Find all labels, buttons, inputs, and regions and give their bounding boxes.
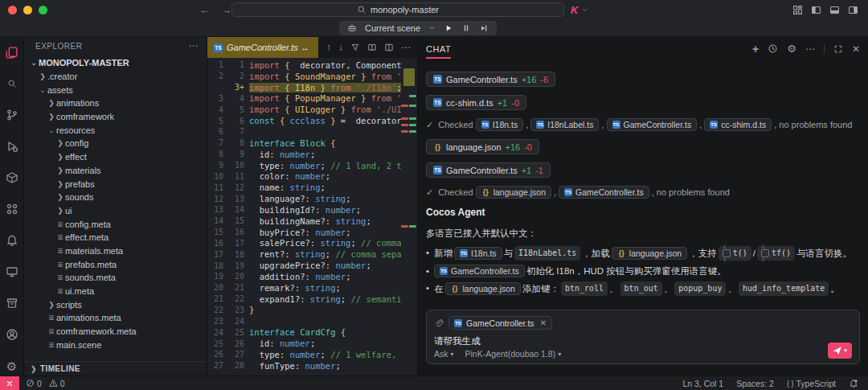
- tree-item-monopoly-master[interactable]: ⌄MONOPOLY-MASTER: [24, 56, 207, 70]
- chat-gear-icon[interactable]: ⚙: [787, 43, 796, 54]
- file-change-chip[interactable]: TSGameController.ts+1-1: [426, 162, 551, 178]
- tree-item-effect-meta[interactable]: ≣effect.meta: [24, 231, 207, 244]
- activity-bell-icon[interactable]: [3, 232, 21, 249]
- tab-gamecontroller-diff[interactable]: TS GameController.ts ↔ Ga: [207, 37, 318, 58]
- checked-file-chip[interactable]: TScc-shim.d.ts: [704, 118, 772, 131]
- file-change-chip[interactable]: TScc-shim.d.ts+1-0: [426, 95, 526, 110]
- activity-run-debug-icon[interactable]: [3, 138, 21, 155]
- activity-archive-icon[interactable]: [3, 294, 21, 312]
- bullet-text: 、: [727, 282, 737, 295]
- notifications-bell-icon[interactable]: [849, 379, 858, 388]
- scene-selector[interactable]: Current scene: [365, 23, 420, 33]
- remote-indicator[interactable]: [0, 376, 19, 390]
- step-button[interactable]: [479, 23, 489, 33]
- language-mode[interactable]: { } TypeScript: [787, 379, 836, 388]
- checked-file-chip[interactable]: TSI18n.ts: [476, 118, 524, 131]
- tree-item--creator[interactable]: ❯.creator: [24, 70, 207, 84]
- checked-file-chip[interactable]: TSI18nLabel.ts: [530, 118, 599, 131]
- tree-item-resources[interactable]: ⌄resources: [24, 123, 207, 137]
- panel-bottom-icon[interactable]: [829, 5, 840, 15]
- explorer-more-icon[interactable]: ⋯: [189, 40, 199, 51]
- forward-icon[interactable]: →: [221, 4, 231, 16]
- tree-item-ui[interactable]: ❯ui: [24, 204, 207, 218]
- model-dropdown[interactable]: PinK-Agent(doubao 1.8) ▾: [465, 349, 562, 359]
- tree-item-prefabs-meta[interactable]: ≣prefabs.meta: [24, 257, 207, 271]
- tree-item-sounds[interactable]: ❯sounds: [24, 191, 207, 204]
- panel-right-icon[interactable]: [848, 5, 858, 15]
- checked-file-chip[interactable]: TSGameController.ts: [559, 186, 649, 199]
- method-ref-chip[interactable]: ( )tf(): [757, 246, 795, 261]
- method-ref-chip[interactable]: ( )t(): [719, 246, 751, 261]
- inline-file-chip[interactable]: TSGameController.ts: [434, 265, 525, 277]
- activity-search-icon[interactable]: [3, 75, 21, 92]
- back-icon[interactable]: ←: [199, 4, 210, 16]
- maximize-window-button[interactable]: [39, 6, 47, 14]
- diff-editor-content[interactable]: 11import { _decorator, Component, i22imp…: [207, 58, 401, 376]
- tree-item-config-meta[interactable]: ≣config.meta: [24, 217, 207, 231]
- command-search-input[interactable]: monopoly-master: [231, 2, 564, 17]
- tab-chat[interactable]: CHAT: [426, 44, 451, 59]
- activity-grid-icon[interactable]: [3, 200, 21, 218]
- remove-attachment-icon[interactable]: ✕: [540, 318, 547, 327]
- activity-cube-icon[interactable]: [3, 169, 21, 187]
- checked-file-chip[interactable]: {}language.json: [476, 186, 551, 199]
- minimize-window-button[interactable]: [23, 6, 32, 14]
- chat-history-icon[interactable]: [768, 43, 778, 54]
- problems-errors[interactable]: 0: [26, 379, 42, 388]
- tree-item-label: config: [65, 138, 88, 148]
- pause-button[interactable]: [461, 23, 471, 33]
- inline-file-chip[interactable]: {}language.json: [612, 247, 687, 260]
- tree-item-animations-meta[interactable]: ≣animations.meta: [24, 311, 207, 325]
- chevron-down-icon[interactable]: [428, 24, 436, 31]
- chat-input-text[interactable]: 请帮我生成: [434, 335, 852, 347]
- activity-files-icon[interactable]: [3, 43, 21, 61]
- indentation[interactable]: Spaces: 2: [736, 379, 774, 388]
- tree-item-sounds-meta[interactable]: ≣sounds.meta: [24, 271, 207, 285]
- original-line-number: 23: [207, 317, 228, 326]
- window-controls[interactable]: [8, 6, 47, 14]
- play-button[interactable]: [444, 23, 453, 33]
- inline-file-chip[interactable]: TSI18n.ts: [454, 247, 502, 260]
- cursor-position[interactable]: Ln 3, Col 1: [682, 379, 723, 388]
- tree-item-comframework-meta[interactable]: ≣comframework.meta: [24, 325, 207, 339]
- tree-item-main-scene[interactable]: ≣main.scene: [24, 338, 207, 351]
- tree-item-assets[interactable]: ⌄assets: [24, 83, 207, 96]
- book-icon[interactable]: [367, 43, 377, 52]
- tree-item-materials[interactable]: ❯materials: [24, 164, 207, 178]
- tree-item-label: sounds: [65, 192, 93, 202]
- activity-source-control-icon[interactable]: [3, 106, 21, 124]
- tree-item-effect[interactable]: ❯effect: [24, 150, 207, 164]
- chat-expand-icon[interactable]: [833, 44, 843, 54]
- activity-settings-icon[interactable]: ⚙: [3, 357, 21, 375]
- code-line: 67: [207, 126, 401, 138]
- checked-file-chip[interactable]: TSGameController.ts: [607, 118, 698, 131]
- tree-item-prefabs[interactable]: ❯prefabs: [24, 177, 207, 191]
- tree-item-ui-meta[interactable]: ≣ui.meta: [24, 285, 207, 298]
- tree-item-materials-meta[interactable]: ≣materials.meta: [24, 244, 207, 258]
- problems-warnings[interactable]: 0: [49, 379, 65, 388]
- mode-dropdown[interactable]: Ask ▾: [434, 349, 454, 359]
- inline-file-chip[interactable]: {}language.json: [445, 282, 521, 295]
- diff-overview-ruler[interactable]: [401, 58, 417, 376]
- file-change-chip[interactable]: TSGameController.ts+16-6: [426, 72, 555, 87]
- panel-left-icon[interactable]: [811, 5, 821, 15]
- account-menu[interactable]: K: [571, 4, 588, 16]
- attachment-chip[interactable]: TS GameController.ts ✕: [448, 316, 552, 330]
- file-change-chip[interactable]: {}language.json+16-0: [426, 139, 539, 154]
- layout-customize-icon[interactable]: [792, 5, 803, 15]
- activity-account-icon[interactable]: [3, 326, 21, 343]
- funnel-icon[interactable]: [350, 43, 360, 52]
- activity-monitor-icon[interactable]: [3, 263, 21, 281]
- close-window-button[interactable]: [8, 6, 17, 14]
- send-button[interactable]: ▾: [828, 343, 852, 359]
- tree-item-scripts[interactable]: ❯scripts: [24, 298, 207, 311]
- typescript-file-icon: TS: [433, 75, 442, 84]
- split-icon[interactable]: [384, 43, 394, 52]
- chevron-right-icon: ❯: [47, 301, 56, 309]
- timeline-section[interactable]: ❯ TIMELINE: [24, 361, 207, 376]
- chat-input-box[interactable]: TS GameController.ts ✕ 请帮我生成 Ask ▾ PinK-…: [426, 310, 860, 364]
- attach-icon[interactable]: [434, 318, 444, 328]
- tree-item-config[interactable]: ❯config: [24, 137, 207, 150]
- tree-item-comframework[interactable]: ❯comframework: [24, 110, 207, 124]
- tree-item-animations[interactable]: ❯animations: [24, 96, 207, 110]
